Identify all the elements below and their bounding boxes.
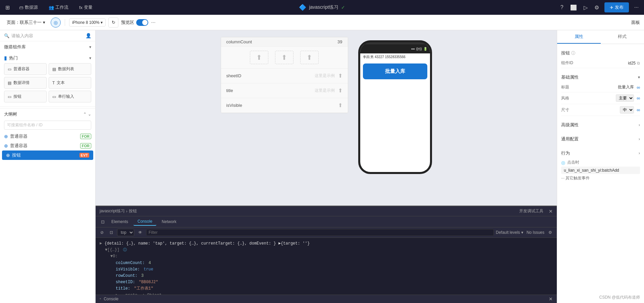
- preview-toggle-switch[interactable]: [136, 19, 148, 26]
- upload-box-2[interactable]: ⬆: [275, 51, 293, 64]
- devtools-settings-button[interactable]: ⚙: [546, 229, 554, 235]
- hot-collapse-icon: ▾: [89, 56, 91, 60]
- expand-icon-1[interactable]: ►: [100, 241, 102, 246]
- datasource-nav[interactable]: 🗃 数据源: [16, 3, 41, 12]
- container-icon: ▭: [8, 67, 11, 72]
- variable-nav[interactable]: fx 变量: [76, 3, 95, 12]
- button-component-section: 按钮 ⓘ 组件ID id25 ⧉: [561, 48, 640, 68]
- preview-mode-button[interactable]: ◎: [51, 17, 61, 28]
- upload-box-1[interactable]: ⬆: [250, 51, 268, 64]
- phone-status-bar: ▪▪▪ ((•)) 🔋: [360, 44, 430, 53]
- style-selector[interactable]: 主要: [616, 94, 634, 102]
- devtools-eye-button[interactable]: 👁: [136, 229, 144, 235]
- outline-item-container1[interactable]: ⊕ 普通容器 FOR: [0, 132, 95, 141]
- chevron-down-icon: ▾: [43, 20, 45, 25]
- settings-button[interactable]: ⚙: [593, 3, 600, 12]
- behavior-header[interactable]: 行为 ›: [561, 148, 640, 158]
- devtools-clear-button[interactable]: ⊘: [98, 229, 106, 235]
- devtools-toggle-label[interactable]: 开发调试工具: [519, 208, 543, 214]
- devtools-footer-close-icon[interactable]: ✕: [549, 296, 553, 302]
- prop-sheetID: sheetID: "BB08J2": [100, 279, 553, 286]
- devtools-close-icon[interactable]: ✕: [549, 209, 553, 214]
- prop-row-component-id: 组件ID id25 ⧉: [561, 58, 640, 68]
- upload-box-3[interactable]: ⬆: [300, 51, 319, 64]
- devtools-cursor-button[interactable]: ⊡: [100, 219, 106, 225]
- component-text[interactable]: T 文本: [49, 77, 91, 89]
- outline-collapse-down-icon[interactable]: ⌄: [88, 112, 91, 117]
- outline-item-container2[interactable]: ⊕ 普通容器 FOR: [0, 141, 95, 150]
- size-selector[interactable]: 中: [620, 106, 634, 114]
- advanced-props-header[interactable]: 高级属性 ›: [561, 120, 640, 130]
- devtools-bullet: •: [100, 297, 101, 301]
- phone-batch-button[interactable]: 批量入库: [363, 63, 427, 79]
- component-data-list[interactable]: ▤ 数据列表: [49, 63, 91, 75]
- component-id-value: id25: [628, 61, 636, 66]
- devtools-filter-input[interactable]: [146, 229, 494, 236]
- prop-columnCount: columnCount: 4: [100, 260, 553, 266]
- input-icon: ▭: [52, 94, 56, 99]
- field-row-isvisible: isVisible ⬆: [221, 98, 348, 113]
- publish-button[interactable]: ✈ 发布: [604, 2, 629, 12]
- workflow-nav[interactable]: 👥 工作流: [46, 3, 71, 12]
- devtools-panel: javascript练习 › 按钮 开发调试工具 ✕ ⊡ Elements Co…: [96, 206, 557, 303]
- user-icon: 👤: [86, 33, 91, 38]
- panel-label: 面板: [631, 19, 640, 26]
- tab-props[interactable]: 属性: [557, 30, 601, 44]
- button-section-header: 按钮 ⓘ: [561, 48, 640, 58]
- component-button[interactable]: ▭ 按钮: [4, 91, 47, 102]
- breadcrumb-page: 按钮: [129, 208, 137, 214]
- library-collapse-icon: ▾: [89, 45, 91, 49]
- more-button[interactable]: ···: [633, 3, 640, 12]
- general-config-header[interactable]: 通用配置 ›: [561, 134, 640, 144]
- tab-elements[interactable]: Elements: [107, 218, 132, 225]
- outline-collapse-up-icon[interactable]: ⌃: [83, 112, 87, 117]
- run-button[interactable]: ▷: [582, 3, 589, 12]
- size-link-icon[interactable]: ∞: [637, 107, 640, 113]
- devtools-stop-button[interactable]: ⊡: [108, 229, 115, 235]
- title-prop-value: 批量入库 ∞: [618, 84, 640, 90]
- top-level-selector[interactable]: top: [117, 229, 134, 236]
- component-general-container[interactable]: ▭ 普通容器: [4, 63, 47, 75]
- basic-props-header[interactable]: 基础属性 ▾: [561, 72, 640, 82]
- component-single-input[interactable]: ▭ 单行输入: [49, 91, 91, 102]
- outline-search-bar[interactable]: 可搜索组件名称 / ID: [4, 121, 91, 130]
- click-event-icon: ◎: [561, 160, 565, 165]
- library-section-header[interactable]: 微搭组件库 ▾: [0, 41, 95, 52]
- outline-search-placeholder: 可搜索组件名称 / ID: [7, 122, 43, 128]
- search-input[interactable]: [11, 33, 84, 38]
- plus-icon-3: ⊕: [6, 153, 10, 158]
- preview-toggle-area: 预览区: [121, 19, 148, 26]
- title-link-icon[interactable]: ∞: [637, 85, 640, 90]
- component-data-detail[interactable]: ▤ 数据详情: [4, 77, 47, 89]
- save-button[interactable]: ⬜: [569, 3, 578, 12]
- advanced-props-section: 高级属性 ›: [561, 120, 640, 130]
- outline-item-button[interactable]: ⊕ 按钮 EVT: [2, 150, 93, 160]
- hot-section-header[interactable]: ▮ 热门 ▾: [0, 52, 95, 63]
- click-event-value[interactable]: u_lian_xi_san_shi_yi:batchAdd: [561, 167, 640, 174]
- page-selector[interactable]: 页面：联系三十一 ▾: [4, 18, 48, 27]
- device-selector[interactable]: iPhone 8 100% ▾: [69, 18, 106, 27]
- prop-title: title: "工作表1": [100, 286, 553, 292]
- help-button[interactable]: ?: [559, 3, 565, 12]
- breadcrumb-sep-icon: ›: [126, 209, 127, 214]
- variable-icon: fx: [79, 5, 83, 10]
- basic-props-title: 基础属性: [561, 74, 579, 80]
- copy-id-icon[interactable]: ⧉: [637, 61, 640, 66]
- breadcrumb-project: javascript练习: [100, 208, 125, 214]
- tab-console[interactable]: Console: [133, 218, 156, 226]
- outline-label: 大纲树: [4, 111, 17, 117]
- prop-isVisible: isVisible: true: [100, 266, 553, 273]
- grid-icon[interactable]: ⊞: [4, 3, 11, 12]
- list-icon: ▤: [52, 67, 56, 72]
- tab-style[interactable]: 样式: [601, 30, 644, 44]
- toolbar-more-button[interactable]: ···: [151, 19, 155, 26]
- event-line: ► {detail: {…}, name: 'tap', target: {…}…: [100, 241, 553, 247]
- refresh-button[interactable]: ↻: [108, 17, 118, 28]
- console-footer-label: Console: [104, 297, 118, 301]
- more-events-label[interactable]: ··· 其它触发事件: [561, 174, 640, 182]
- field-sheetid-example: 这里是示例: [315, 73, 335, 79]
- datasource-icon: 🗃: [19, 5, 23, 10]
- style-link-icon[interactable]: ∞: [637, 95, 640, 101]
- prop-proto: ► __proto__: Object: [100, 292, 553, 295]
- tab-network[interactable]: Network: [158, 218, 180, 225]
